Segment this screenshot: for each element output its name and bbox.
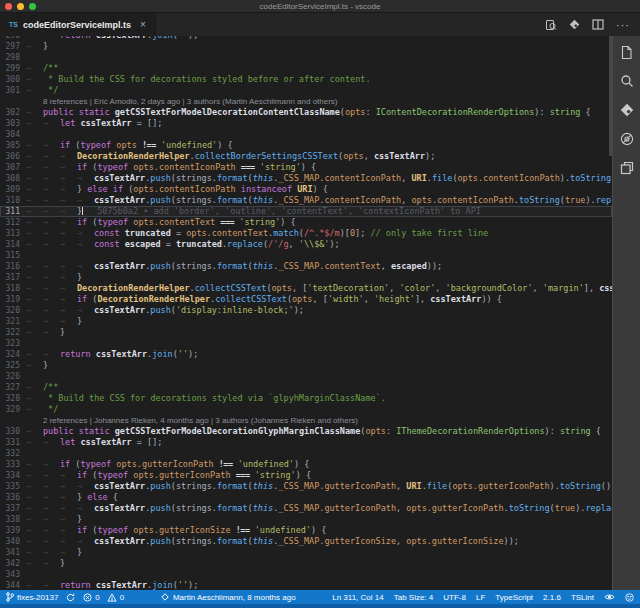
- code-line[interactable]: 342→→}: [0, 558, 612, 569]
- code-line[interactable]: 330→public static getCSSTextForModelDeco…: [0, 426, 612, 437]
- code-line[interactable]: 306→→→DecorationRenderHelper.collectBord…: [0, 151, 612, 162]
- code-editor[interactable]: 296→→return cssTextArr.join('');297→}298…: [0, 36, 613, 590]
- line-number[interactable]: 297: [0, 41, 26, 52]
- code-line[interactable]: 309→→→} else if (opts.contentIconPath in…: [0, 184, 612, 195]
- line-number[interactable]: 300: [0, 74, 26, 85]
- code-line[interactable]: 314→→→→const escaped = truncated.replace…: [0, 239, 612, 250]
- git-branch-status[interactable]: fixes-20137: [6, 592, 58, 602]
- line-number[interactable]: 329: [0, 404, 26, 415]
- code-line[interactable]: 303→→let cssTextArr = [];: [0, 118, 612, 129]
- line-number[interactable]: 307: [0, 162, 26, 173]
- code-line[interactable]: 302→public static getCSSTextForModelDeco…: [0, 107, 612, 118]
- line-number[interactable]: 333: [0, 459, 26, 470]
- tslint-status[interactable]: TSLint: [571, 593, 594, 602]
- code-line[interactable]: 320→→→→cssTextArr.push('display:inline-b…: [0, 305, 612, 316]
- line-number[interactable]: 310: [0, 195, 26, 206]
- code-line[interactable]: 332: [0, 448, 612, 459]
- code-line[interactable]: 343: [0, 569, 612, 580]
- line-number[interactable]: 308: [0, 173, 26, 184]
- line-number[interactable]: 299: [0, 63, 26, 74]
- code-line[interactable]: 321→→→}: [0, 316, 612, 327]
- line-number[interactable]: 326: [0, 371, 26, 382]
- codelens-row[interactable]: 2 references | Johannes Rieken, 4 months…: [0, 415, 612, 426]
- line-number[interactable]: 331: [0, 437, 26, 448]
- code-line[interactable]: 313→→→→const truncated = opts.contentTex…: [0, 228, 612, 239]
- line-number[interactable]: 313: [0, 228, 26, 239]
- line-number[interactable]: 340: [0, 536, 26, 547]
- code-line[interactable]: 328→ * Build the CSS for decorations sty…: [0, 393, 612, 404]
- open-preview-icon[interactable]: [545, 19, 557, 31]
- code-line[interactable]: 337→→→→cssTextArr.push(strings.format(th…: [0, 503, 612, 514]
- code-line[interactable]: 316→→→→cssTextArr.push(strings.format(th…: [0, 261, 612, 272]
- feedback-smiley-icon[interactable]: [625, 593, 634, 602]
- code-line[interactable]: 334→→→if (typeof opts.gutterIconPath ===…: [0, 470, 612, 481]
- line-number[interactable]: 314: [0, 239, 26, 250]
- code-line[interactable]: 304: [0, 129, 612, 140]
- code-line[interactable]: 324→→return cssTextArr.join('');: [0, 349, 612, 360]
- line-number[interactable]: 320: [0, 305, 26, 316]
- language-status[interactable]: TypeScript: [495, 593, 533, 602]
- line-number[interactable]: 315: [0, 250, 26, 261]
- gitlens-activity-icon[interactable]: [619, 102, 635, 118]
- editor-scrollbar[interactable]: [609, 36, 612, 156]
- line-number[interactable]: 339: [0, 525, 26, 536]
- more-actions-icon[interactable]: ···: [616, 20, 630, 30]
- line-number[interactable]: 302: [0, 107, 26, 118]
- line-number[interactable]: 323: [0, 338, 26, 349]
- line-number[interactable]: 338: [0, 514, 26, 525]
- encoding-status[interactable]: UTF-8: [443, 593, 466, 602]
- code-line[interactable]: 326: [0, 371, 612, 382]
- line-number[interactable]: 301: [0, 85, 26, 96]
- code-line[interactable]: 340→→→→cssTextArr.push(strings.format(th…: [0, 536, 612, 547]
- line-number[interactable]: 316: [0, 261, 26, 272]
- cursor-position-status[interactable]: Ln 311, Col 14: [332, 593, 383, 602]
- line-number[interactable]: 312: [0, 217, 26, 228]
- line-number[interactable]: 317: [0, 272, 26, 283]
- line-number[interactable]: 324: [0, 349, 26, 360]
- extensions-icon[interactable]: [619, 160, 635, 176]
- line-number[interactable]: 298: [0, 52, 26, 63]
- code-line[interactable]: 305→→if (typeof opts !== 'undefined') {: [0, 140, 612, 151]
- code-line[interactable]: 318→→→DecorationRenderHelper.collectCSST…: [0, 283, 612, 294]
- debug-icon[interactable]: [619, 131, 635, 147]
- line-number[interactable]: 311: [0, 206, 26, 217]
- split-editor-icon[interactable]: [592, 19, 604, 30]
- code-line[interactable]: 317→→→}: [0, 272, 612, 283]
- line-number[interactable]: 305: [0, 140, 26, 151]
- line-number[interactable]: 309: [0, 184, 26, 195]
- codelens-row[interactable]: 8 references | Eric Amodio, 2 days ago |…: [0, 96, 612, 107]
- code-line[interactable]: 300→ * Build the CSS for decorations sty…: [0, 74, 612, 85]
- blame-status[interactable]: Martin Aeschlimann, 8 months ago: [134, 593, 322, 602]
- code-line[interactable]: 338→→→}: [0, 514, 612, 525]
- code-line[interactable]: 307→→→if (typeof opts.contentIconPath ==…: [0, 162, 612, 173]
- code-line[interactable]: 344→→return cssTextArr.join('');: [0, 580, 612, 590]
- tab-codeeditorserviceimpl[interactable]: TS codeEditorServiceImpl.ts ×: [0, 13, 156, 36]
- code-line[interactable]: 312→→→if (typeof opts.contentText === 's…: [0, 217, 612, 228]
- code-line[interactable]: 339→→→if (typeof opts.gutterIconSize !==…: [0, 525, 612, 536]
- code-line[interactable]: 298: [0, 52, 612, 63]
- line-number[interactable]: 319: [0, 294, 26, 305]
- minimize-window-button[interactable]: [17, 3, 24, 10]
- maximize-window-button[interactable]: [29, 3, 36, 10]
- close-tab-icon[interactable]: ×: [140, 19, 146, 30]
- line-number[interactable]: 332: [0, 448, 26, 459]
- code-line[interactable]: 325→}: [0, 360, 612, 371]
- code-line[interactable]: 333→→if (typeof opts.gutterIconPath !== …: [0, 459, 612, 470]
- code-line[interactable]: 308→→→→cssTextArr.push(strings.format(th…: [0, 173, 612, 184]
- line-number[interactable]: 321: [0, 316, 26, 327]
- line-number[interactable]: 322: [0, 327, 26, 338]
- code-line[interactable]: 335→→→→cssTextArr.push(strings.format(th…: [0, 481, 612, 492]
- line-number[interactable]: 325: [0, 360, 26, 371]
- search-icon[interactable]: [619, 73, 635, 89]
- tab-size-status[interactable]: Tab Size: 4: [394, 593, 434, 602]
- line-number[interactable]: 341: [0, 547, 26, 558]
- line-number[interactable]: 335: [0, 481, 26, 492]
- code-line[interactable]: 319→→→if (DecorationRenderHelper.collect…: [0, 294, 612, 305]
- line-number[interactable]: 344: [0, 580, 26, 590]
- line-number[interactable]: 343: [0, 569, 26, 580]
- line-number[interactable]: 327: [0, 382, 26, 393]
- explorer-icon[interactable]: [619, 44, 635, 60]
- ts-version-status[interactable]: 2.1.6: [543, 593, 561, 602]
- line-number[interactable]: [0, 96, 26, 107]
- code-line[interactable]: 331→→let cssTextArr = [];: [0, 437, 612, 448]
